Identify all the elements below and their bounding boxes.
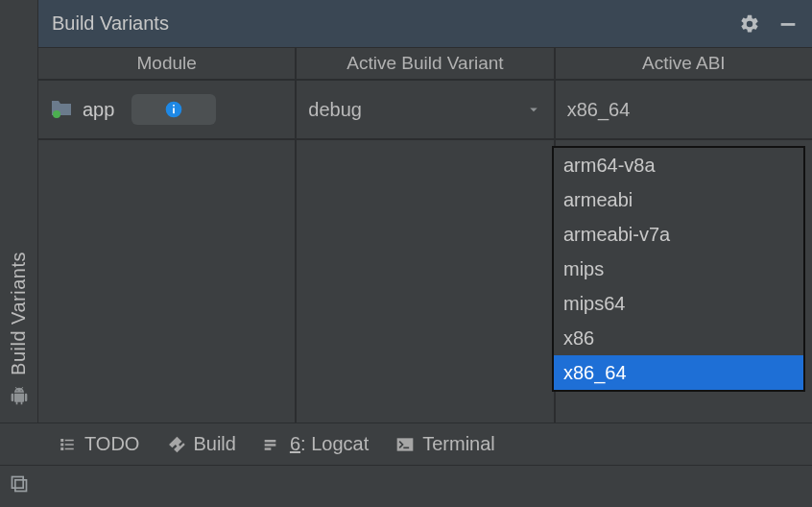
gear-icon[interactable] [739, 13, 760, 35]
abi-option[interactable]: mips [554, 252, 803, 286]
build-variant-dropdown[interactable]: debug [297, 81, 555, 138]
minimize-icon[interactable] [777, 13, 799, 35]
abi-option[interactable]: x86 [554, 321, 803, 355]
status-bar [0, 465, 812, 507]
col-module-header: Module [38, 48, 297, 79]
svg-rect-14 [397, 438, 414, 450]
abi-option[interactable]: armeabi [554, 182, 803, 217]
statusbar-windows-icon[interactable] [10, 474, 29, 498]
svg-rect-3 [174, 108, 176, 113]
panel-title: Build Variants [52, 12, 169, 35]
build-variant-value: debug [308, 99, 362, 121]
bottom-tab-todo-label: TODO [84, 433, 139, 455]
bottom-tab-logcat[interactable]: 6: Logcat [263, 433, 369, 455]
active-abi-value: x86_64 [567, 99, 631, 121]
chevron-down-icon [525, 101, 542, 118]
col-variant-header: Active Build Variant [297, 48, 555, 79]
svg-rect-12 [265, 444, 276, 447]
bottom-tab-logcat-label: 6: Logcat [290, 433, 369, 455]
svg-rect-7 [60, 447, 63, 450]
android-icon [10, 387, 29, 411]
bottom-tab-build-label: Build [193, 433, 235, 455]
svg-point-1 [53, 110, 60, 118]
svg-rect-0 [781, 23, 796, 26]
svg-rect-4 [174, 105, 176, 107]
svg-rect-16 [12, 477, 24, 489]
module-name: app [83, 99, 114, 121]
left-tool-rail: Build Variants [0, 0, 38, 422]
module-folder-icon [50, 97, 73, 123]
bottom-tab-todo[interactable]: TODO [58, 433, 139, 455]
svg-rect-9 [65, 444, 74, 446]
module-cell[interactable]: app [38, 81, 297, 138]
bottom-tab-build[interactable]: Build [166, 433, 235, 455]
svg-rect-15 [404, 447, 410, 448]
abi-option[interactable]: mips64 [554, 286, 803, 321]
panel-title-bar: Build Variants [38, 0, 812, 48]
col-abi-header: Active ABI [556, 48, 812, 79]
abi-option[interactable]: armeabi-v7a [554, 217, 803, 252]
table-row: app debug x86_64 [38, 81, 812, 140]
svg-rect-5 [60, 439, 63, 442]
abi-option[interactable]: arm64-v8a [554, 148, 803, 182]
module-info-button[interactable] [131, 94, 216, 125]
svg-rect-17 [15, 480, 27, 492]
bottom-tool-bar: TODO Build 6: Logcat Terminal [0, 422, 812, 465]
bottom-tab-terminal-label: Terminal [422, 433, 495, 455]
abi-dropdown-popup: arm64-v8aarmeabiarmeabi-v7amipsmips64x86… [552, 146, 805, 392]
table-header: Module Active Build Variant Active ABI [38, 48, 812, 81]
svg-rect-13 [265, 447, 272, 450]
svg-rect-8 [65, 439, 74, 441]
svg-rect-11 [265, 440, 276, 443]
svg-rect-6 [60, 443, 63, 446]
svg-rect-10 [65, 447, 74, 449]
active-abi-dropdown[interactable]: x86_64 [556, 81, 812, 138]
abi-option[interactable]: x86_64 [554, 355, 803, 390]
bottom-tab-terminal[interactable]: Terminal [395, 433, 495, 455]
side-tab-build-variants[interactable]: Build Variants [8, 252, 30, 375]
